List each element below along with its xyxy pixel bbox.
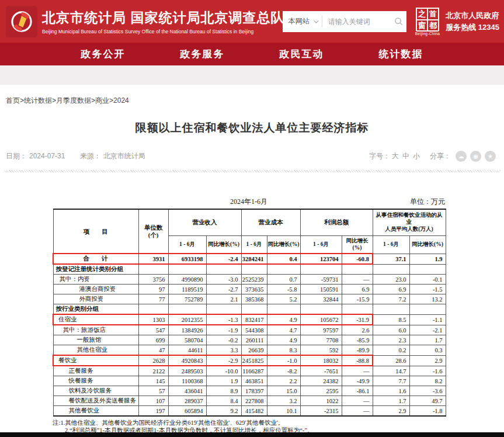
- data-cell: 3284241: [241, 254, 267, 264]
- data-cell: 49.7: [409, 396, 446, 406]
- data-cell: 47: [138, 345, 168, 356]
- data-cell: -31.9: [342, 314, 373, 325]
- row-label: 餐饮业: [53, 355, 138, 366]
- col-group-revenue: 营业收入: [168, 209, 241, 235]
- row-label: 其他住宿业: [53, 345, 138, 356]
- data-cell: [409, 304, 446, 315]
- data-cell: 6.9: [373, 285, 409, 294]
- table-row: 其中：旅游饭店5471384926-1.95443084.7975972.66.…: [53, 325, 446, 335]
- data-cell: -60.8: [342, 254, 373, 264]
- data-cell: 752789: [168, 294, 206, 304]
- data-cell: 9.2: [206, 406, 241, 417]
- wechat-share-icon[interactable]: ☁: [456, 151, 467, 162]
- font-size-option[interactable]: 小: [413, 152, 420, 160]
- search-scope-dropdown[interactable]: 本网站: [283, 16, 322, 27]
- search-button[interactable]: [391, 17, 406, 26]
- data-cell: 97: [138, 285, 168, 294]
- table-body: 合 计39316933198-2.432842410.4123704-60.83…: [53, 254, 446, 416]
- nav-item[interactable]: 政民互动: [280, 47, 324, 61]
- data-cell: 150591: [300, 285, 342, 294]
- font-size-option[interactable]: 大: [392, 152, 399, 160]
- row-label: 其中：旅游饭店: [53, 325, 138, 335]
- row-label: 外商投资: [53, 294, 138, 304]
- font-size-option[interactable]: 中: [402, 152, 409, 160]
- nav-item[interactable]: 统计数据: [379, 47, 423, 61]
- data-cell: -1.5: [409, 285, 446, 294]
- data-cell: -7651: [300, 366, 342, 376]
- source-label: 来源：: [80, 152, 101, 160]
- data-cell: 107: [138, 396, 168, 406]
- data-cell: -1.3: [206, 314, 241, 325]
- search-input[interactable]: [322, 18, 391, 26]
- search-box: 本网站: [283, 11, 406, 32]
- nav-item[interactable]: 政务公开: [81, 47, 126, 61]
- col-group-employees: 从事住宿和餐饮业活动的从业 人员平均人数(万人): [373, 209, 446, 235]
- data-cell: 463851: [241, 376, 267, 386]
- data-cell: 3.2: [267, 396, 300, 406]
- data-cell: 1.7: [409, 335, 446, 345]
- data-cell: 6.9: [342, 285, 373, 294]
- data-cell: 580704: [168, 335, 206, 345]
- data-cell: 1.7: [373, 396, 409, 406]
- data-cell: 373635: [241, 285, 267, 294]
- data-cell: -0.2: [206, 335, 241, 345]
- row-label: 正餐服务: [53, 366, 138, 376]
- data-cell: 260111: [241, 335, 267, 345]
- data-cell: [241, 264, 267, 275]
- table-row: 合 计39316933198-2.432842410.4123704-60.83…: [53, 254, 446, 264]
- favorite-share-icon[interactable]: ★: [485, 151, 496, 162]
- nav-item[interactable]: 政务服务: [180, 47, 225, 61]
- data-cell: 1.6: [373, 386, 409, 396]
- data-cell: -1.9: [206, 325, 241, 335]
- weibo-share-icon[interactable]: ◉: [470, 151, 481, 162]
- data-cell: [373, 264, 409, 275]
- data-cell: 7708: [300, 335, 342, 345]
- data-cell: —: [342, 406, 373, 417]
- capital-window-badge[interactable]: 之首窗都 Beijing-China: [415, 8, 440, 36]
- col-group-profit: 利润总额: [300, 209, 373, 235]
- data-cell: [342, 264, 373, 275]
- gov-hotline: 北京市人民政府 服务热线 12345: [446, 10, 499, 33]
- table-caption: 2024年1-6月 单位：万元: [53, 197, 445, 207]
- sub-col-yoy: 同比增长(%): [409, 235, 446, 254]
- data-cell: [409, 264, 446, 275]
- font-size-label: 字号：: [369, 151, 390, 161]
- bureau-logo[interactable]: [6, 6, 37, 37]
- data-cell: 6.0: [373, 325, 409, 335]
- capital-window-badge-grid: 之首窗都: [416, 8, 439, 31]
- data-cell: 18032: [300, 355, 342, 366]
- data-cell: -59731: [300, 275, 342, 285]
- col-group-cost: 营业成本: [241, 209, 300, 235]
- data-cell: —: [342, 275, 373, 285]
- data-cell: 2012355: [168, 314, 206, 325]
- data-cell: 1022: [300, 396, 342, 406]
- data-cell: 4990890: [168, 275, 206, 285]
- data-cell: 4.9: [267, 335, 300, 345]
- bureau-logo-icon: [8, 8, 35, 35]
- data-cell: —: [342, 366, 373, 376]
- data-cell: 8.9: [206, 386, 241, 396]
- data-cell: 2.3: [373, 335, 409, 345]
- sub-col-yoy: 同比增长(%): [206, 235, 241, 254]
- data-cell: 0.7: [267, 275, 300, 285]
- data-cell: -88.8: [342, 355, 373, 366]
- table-row: 其中：内资37564990890-3.025252390.7-59731—23.…: [53, 275, 446, 285]
- breadcrumb[interactable]: 首页>统计数据>月季度数据>商业>2024: [6, 96, 504, 106]
- data-cell: 2628: [138, 355, 168, 366]
- data-cell: [267, 304, 300, 315]
- data-cell: -2.1: [409, 325, 446, 335]
- row-label: 住宿业: [53, 314, 138, 325]
- data-cell: [206, 304, 241, 315]
- data-cell: -1.6: [409, 366, 446, 376]
- table-row: 外商投资777527892.13853685.232844-15.97.213.…: [53, 294, 446, 304]
- table-row: 其他餐饮业1976058949.241548210.1-2315—2.9-1.8: [53, 406, 446, 417]
- sub-col-yoy: 同比增长(%): [342, 235, 373, 254]
- data-cell: 32844: [300, 294, 342, 304]
- data-cell: 605894: [168, 406, 206, 417]
- data-cell: -3.0: [206, 275, 241, 285]
- table-row: 其他住宿业47446113.3266398.3592-89.90.20.3: [53, 345, 446, 356]
- data-cell: -1.0: [267, 355, 300, 366]
- data-cell: 1.9: [206, 376, 241, 386]
- table-row: 按登记注册统计类别分组: [53, 264, 446, 275]
- share-icons: ☁◉★: [452, 151, 496, 162]
